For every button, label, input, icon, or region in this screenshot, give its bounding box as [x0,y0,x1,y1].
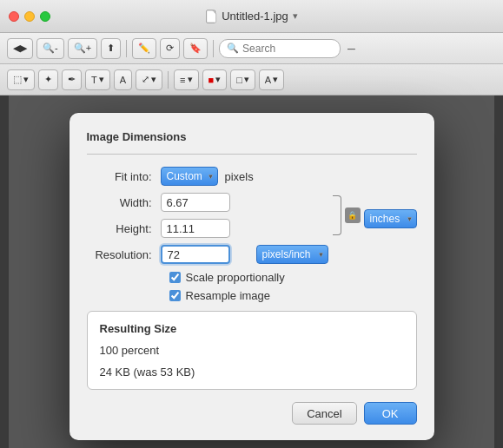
transform-dropdown: ▾ [151,74,156,85]
traffic-lights [9,11,50,22]
fill-color-btn[interactable]: ■ ▾ [202,69,228,90]
zoom-in-icon: 🔍+ [74,43,91,54]
lock-symbol: 🔒 [347,211,357,220]
fit-into-row: Fit into: Custom ▼ pixels [87,167,417,186]
zoom-out-btn[interactable]: 🔍- [36,38,64,59]
result-title: Resulting Size [100,320,404,337]
unit-select-wrapper[interactable]: inches ▼ [364,209,417,228]
toolbar2-sep [168,71,169,89]
share-btn[interactable]: ⬆ [101,38,121,59]
window-title: Untitled-1.jpg [222,10,288,23]
zoom-in-btn[interactable]: 🔍+ [68,38,97,59]
close-button[interactable] [9,11,19,22]
stroke-btn[interactable]: □▾ [230,69,255,90]
resample-checkbox[interactable] [169,290,181,301]
align-icon: ≡ [180,75,185,85]
titlebar: Untitled-1.jpg ▾ [0,0,503,33]
scale-row: Scale proportionally [87,271,417,284]
pen-icon: ✒ [68,74,76,85]
result-size: 24 KB (was 53 KB) [100,364,404,380]
resulting-size-section: Resulting Size 100 percent 24 KB (was 53… [87,311,417,390]
fit-into-label: Fit into: [87,170,161,183]
shape-tool[interactable]: T▾ [85,69,110,90]
toolbar2: ⬚▾ ✦ ✒ T▾ A ⤢▾ ≡▾ ■ ▾ □▾ A▾ [0,64,503,96]
scale-checkbox[interactable] [169,272,181,283]
resolution-input[interactable] [161,245,230,264]
dimensions-group: Width: Height: 🔒 inc [87,193,417,245]
search-input[interactable] [242,43,333,55]
unit-select-wrapper-outer: inches ▼ [364,193,417,245]
result-percent: 100 percent [100,342,404,359]
title-dropdown-arrow[interactable]: ▾ [293,10,298,22]
shape-dropdown: ▾ [99,74,104,85]
nav-icon: ◀▶ [13,43,27,54]
toolbar-separator2 [213,40,214,57]
cancel-button[interactable]: Cancel [292,402,356,425]
link-bracket [333,195,341,235]
width-input[interactable] [161,193,230,212]
text-tool[interactable]: A [114,69,132,90]
window-title-area: Untitled-1.jpg ▾ [205,10,298,23]
align-dropdown: ▾ [188,74,193,85]
transform-icon: ⤢ [142,74,149,85]
magic-wand-tool[interactable]: ✦ [38,69,58,90]
height-input[interactable] [161,219,230,238]
rotate-icon: ⟳ [166,43,174,54]
fullscreen-button[interactable] [40,11,50,22]
section-divider [87,154,417,155]
resample-label[interactable]: Resample image [186,289,271,302]
stamp-icon: 🔖 [189,43,202,54]
select-icon: ⬚ [13,74,22,85]
edit-btn[interactable]: ✏️ [132,38,156,59]
pixels-label: pixels [225,170,254,183]
font-dropdown: ▾ [273,74,278,85]
zoom-out-icon: 🔍- [43,43,58,54]
wh-inputs: Width: Height: [87,193,329,245]
resolution-row: Resolution: pixels/inch ▼ [87,245,417,264]
stroke-icon: □ [236,75,242,85]
text-icon: A [120,75,126,85]
height-row: Height: [87,219,329,238]
nav-back-btn[interactable]: ◀▶ [7,38,33,59]
pencil-icon: ✏️ [138,43,150,54]
fit-into-select-wrapper[interactable]: Custom ▼ [161,167,218,186]
search-icon: 🔍 [227,43,239,54]
unit-select[interactable]: inches [364,209,417,228]
toolbar-separator [126,40,127,57]
fill-dropdown: ▾ [215,74,221,85]
fit-into-select[interactable]: Custom [161,167,218,186]
font-btn[interactable]: A▾ [259,69,284,90]
select-dropdown: ▾ [23,74,29,85]
rotate-btn[interactable]: ⟳ [160,38,180,59]
dialog-title: Image Dimensions [87,130,417,143]
lock-icon[interactable]: 🔒 [345,208,361,223]
ok-button[interactable]: OK [364,402,417,425]
image-dimensions-dialog: Image Dimensions Fit into: Custom ▼ pixe… [69,113,434,440]
fill-icon: ■ [208,75,215,85]
dialog-buttons: Cancel OK [87,402,417,425]
main-area: Image Dimensions Fit into: Custom ▼ pixe… [0,96,503,448]
height-label: Height: [87,222,161,235]
stamp-btn[interactable]: 🔖 [183,38,208,59]
shape-icon: T [91,75,97,85]
search-box[interactable]: 🔍 [219,39,341,58]
select-tool[interactable]: ⬚▾ [7,69,35,90]
transform-tool[interactable]: ⤢▾ [136,69,162,90]
res-unit-select[interactable]: pixels/inch [256,245,328,264]
width-label: Width: [87,196,161,209]
font-icon: A [265,75,271,85]
pen-tool[interactable]: ✒ [62,69,82,90]
minus-btn[interactable]: – [347,41,355,56]
scale-label[interactable]: Scale proportionally [186,271,285,284]
minimize-button[interactable] [24,11,35,22]
file-icon [205,10,217,23]
stroke-dropdown: ▾ [244,74,249,85]
link-bracket-area: 🔒 [329,193,361,238]
width-row: Width: [87,193,329,212]
align-tool[interactable]: ≡▾ [174,69,198,90]
resample-row: Resample image [87,289,417,302]
wand-icon: ✦ [44,74,52,85]
resolution-label: Resolution: [87,248,161,261]
share-icon: ⬆ [107,43,115,54]
res-unit-select-wrapper[interactable]: pixels/inch ▼ [256,245,328,264]
